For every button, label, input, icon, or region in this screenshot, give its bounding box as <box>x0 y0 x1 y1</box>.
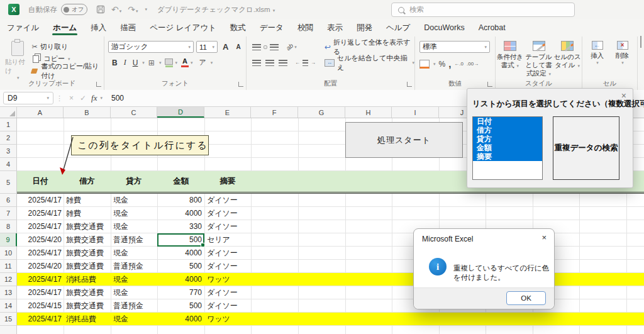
formula-input[interactable]: 500 <box>111 94 124 103</box>
format-as-table-button[interactable]: テーブルとして書式設定 ▾ <box>525 41 553 77</box>
cancel-entry-icon[interactable]: × <box>65 94 77 103</box>
align-bottom-icon[interactable] <box>270 44 279 50</box>
cell[interactable]: ダイソー <box>204 299 251 312</box>
cell[interactable]: 現金 <box>111 194 157 206</box>
align-right-icon[interactable] <box>279 60 287 66</box>
cell[interactable]: 旅費交通費 <box>64 233 111 246</box>
tab-home[interactable]: ホーム <box>46 19 84 36</box>
tab-formulas[interactable]: 数式 <box>223 19 253 36</box>
cell[interactable]: 現金 <box>111 247 157 259</box>
row-header[interactable]: 13 <box>0 286 17 299</box>
cell[interactable]: 雑費 <box>64 194 111 206</box>
conditional-formatting-button[interactable]: 条件付き書式 ▾ <box>496 41 525 77</box>
tab-page-layout[interactable]: ページ レイアウト <box>143 19 223 36</box>
cell[interactable]: 現金 <box>111 220 157 233</box>
insert-function-icon[interactable]: fx <box>89 93 99 103</box>
cell[interactable]: 普通預金 <box>111 299 157 312</box>
row-header-selected[interactable]: 9 <box>0 233 17 247</box>
tab-help[interactable]: ヘルプ <box>379 19 417 36</box>
percent-style-button[interactable]: % <box>439 60 446 69</box>
row-header[interactable]: 3 <box>0 145 17 158</box>
tab-data[interactable]: データ <box>253 19 291 36</box>
bold-button[interactable]: B <box>109 58 120 67</box>
cell[interactable]: 4000 <box>157 247 204 259</box>
column-header-a[interactable]: A <box>17 107 64 118</box>
font-name-select[interactable]: 游ゴシック▾ <box>108 41 194 53</box>
cell[interactable]: 2025/4/17 <box>17 194 64 206</box>
cell[interactable]: 普通預金 <box>111 260 157 272</box>
list-item[interactable]: 借方 <box>473 126 542 135</box>
cell[interactable]: 800 <box>157 194 204 206</box>
number-format-select[interactable]: 標準▾ <box>419 41 490 53</box>
dialog-launcher-icon[interactable] <box>238 82 243 87</box>
cell[interactable]: 現金 <box>111 207 157 220</box>
row-header[interactable]: 10 <box>0 247 17 260</box>
cell[interactable]: 2025/4/17 <box>17 313 64 325</box>
header-cell[interactable]: 貸方 <box>111 171 157 192</box>
row-header[interactable]: 7 <box>0 207 17 220</box>
decrease-indent-icon[interactable]: ← <box>295 60 300 65</box>
header-cell[interactable]: 摘要 <box>204 171 251 192</box>
name-box[interactable]: D9 ▾ <box>3 92 53 104</box>
cell[interactable]: 雑費 <box>64 207 111 220</box>
dialog-launcher-icon[interactable] <box>407 82 412 87</box>
customize-qat-icon[interactable]: ▾ <box>145 7 148 12</box>
fill-handle[interactable] <box>201 243 205 247</box>
column-header-f[interactable]: F <box>251 107 298 118</box>
ok-button[interactable]: OK <box>506 291 546 305</box>
cell[interactable]: 2025/4/17 <box>17 207 64 220</box>
cell[interactable]: 現金 <box>111 286 157 299</box>
drag-handle-icon[interactable]: ⋮ <box>56 94 63 103</box>
align-top-icon[interactable] <box>252 44 261 50</box>
cell[interactable]: ワッツ <box>204 313 251 325</box>
column-header-h[interactable]: H <box>345 107 392 118</box>
row-header[interactable]: 14 <box>0 299 17 313</box>
currency-format-icon[interactable] <box>419 60 430 69</box>
tab-insert[interactable]: 挿入 <box>84 19 113 36</box>
cell-styles-button[interactable]: セルのスタイル ▾ <box>553 41 582 77</box>
column-header-i[interactable]: I <box>392 107 439 118</box>
format-button-partial-icon[interactable] <box>640 36 641 48</box>
cell[interactable]: 旅費交通費 <box>64 286 111 299</box>
field-listbox[interactable]: 日付 借方 貸方 金額 摘要 <box>472 116 543 180</box>
column-header-g[interactable]: G <box>298 107 345 118</box>
merge-center-button[interactable]: ↔ セルを結合して中央揃え ▾ <box>325 57 414 69</box>
search-duplicates-button[interactable]: 重複データの検索 <box>553 116 619 180</box>
borders-button[interactable]: ⊞ <box>146 58 157 67</box>
align-left-icon[interactable] <box>252 60 261 66</box>
paste-button[interactable]: 貼り付け ▾ <box>5 41 30 81</box>
comma-style-button[interactable]: , <box>448 58 451 69</box>
cell[interactable]: 消耗品費 <box>64 273 111 286</box>
column-header-b[interactable]: B <box>64 107 111 118</box>
wrap-text-button[interactable]: ↩ 折り返して全体を表示する <box>325 41 414 53</box>
cell[interactable]: 330 <box>157 220 204 233</box>
cut-button[interactable]: ✂ 切り取り <box>31 41 104 53</box>
increase-decimal-button[interactable]: ←.0 <box>454 61 464 67</box>
cell[interactable]: 旅費交通費 <box>64 220 111 233</box>
row-header[interactable]: 1 <box>0 118 17 131</box>
cell[interactable]: ダイソー <box>204 286 251 299</box>
cell[interactable]: 500 <box>157 299 204 312</box>
cell[interactable]: 現金 <box>111 273 157 286</box>
align-center-icon[interactable] <box>265 60 274 66</box>
cell[interactable]: 4000 <box>157 273 204 286</box>
grow-font-button[interactable]: A <box>220 42 231 52</box>
cell[interactable]: ダイソー <box>204 220 251 233</box>
header-cell[interactable]: 金額 <box>157 171 204 192</box>
phonetic-button[interactable]: ア <box>196 58 208 67</box>
tab-acrobat[interactable]: Acrobat <box>472 19 513 36</box>
column-header-d[interactable]: D <box>157 107 204 118</box>
list-item[interactable]: 貸方 <box>473 135 542 143</box>
cell[interactable]: 4000 <box>157 207 204 220</box>
list-item[interactable]: 摘要 <box>473 152 542 161</box>
insert-cells-button[interactable]: ← 挿入 ▾ <box>585 41 610 65</box>
row-header[interactable]: 8 <box>0 220 17 233</box>
underline-button[interactable]: U <box>130 58 141 67</box>
row-header[interactable]: 4 <box>0 158 17 171</box>
increase-indent-icon[interactable]: → <box>311 60 316 65</box>
list-item[interactable]: 日付 <box>473 117 542 126</box>
align-middle-button[interactable] <box>264 45 267 49</box>
font-size-select[interactable]: 11▾ <box>196 41 218 53</box>
cell[interactable]: 旅費交通費 <box>64 247 111 259</box>
callout-note[interactable]: この列をタイトル行にする <box>71 135 209 155</box>
